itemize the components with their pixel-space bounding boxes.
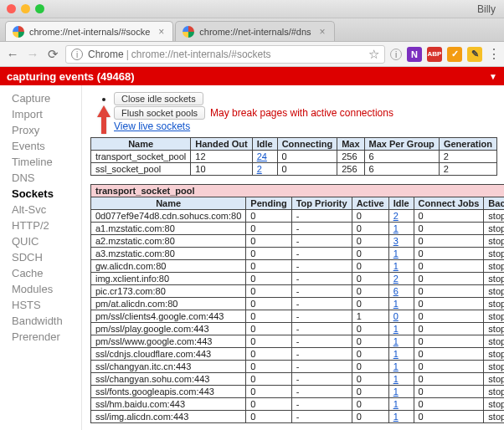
sidebar-item-hsts[interactable]: HSTS [0,297,81,313]
idle-count-link[interactable]: 1 [393,349,399,359]
browser-menu-icon[interactable]: ⋮ [487,46,499,62]
table-row: ssl_socket_pool102025662 [91,163,497,176]
sidebar-item-bandwidth[interactable]: Bandwidth [0,313,81,329]
browser-tab[interactable]: chrome://net-internals/#dns× [175,21,334,41]
sidebar-item-http2[interactable]: HTTP/2 [0,218,81,233]
sidebar-item-sockets[interactable]: Sockets [0,186,81,202]
sidebar-item-cache[interactable]: Cache [0,265,81,281]
table-row: pm/ssl/play.google.com:4430-010stoppedfa… [91,323,505,335]
idle-count-link[interactable]: 0 [393,311,399,321]
idle-count-link[interactable]: 1 [393,261,399,271]
idle-count-link[interactable]: 2 [393,211,399,221]
idle-count-link[interactable]: 3 [393,236,399,246]
idle-count-link[interactable]: 1 [393,248,399,259]
column-header: Top Priority [291,197,352,210]
zoom-window-icon[interactable] [35,4,44,13]
table-row: ssl/changyan.sohu.com:4430-010stoppedfal… [91,373,505,386]
column-header: Idle [388,197,414,210]
table-row: ssl/img.alicdn.com:4430-010stoppedfalse [91,411,505,423]
table-row: ssl/changyan.itc.cn:4430-010stoppedfalse [91,361,505,373]
table-row: ssl/hm.baidu.com:4430-010stoppedfalse [91,398,505,411]
column-header: Connect Jobs [414,197,484,210]
view-live-sockets-link[interactable]: View live sockets [114,120,190,132]
favicon-icon [183,26,194,38]
minimize-window-icon[interactable] [21,4,30,13]
idle-count-link[interactable]: 1 [393,223,399,233]
table-row: transport_socket_pool1224025662 [91,151,497,163]
chevron-down-icon[interactable]: ▼ [489,72,497,81]
address-bar[interactable]: i Chrome | chrome://net-internals/#socke… [65,45,385,64]
socket-pool-summary-table: NameHanded OutIdleConnectingMaxMax Per G… [90,137,497,176]
table-row: pic.cr173.com:800-060stoppedfalse [91,285,505,298]
sidebar-item-prerender[interactable]: Prerender [0,329,81,345]
sidebar-item-modules[interactable]: Modules [0,281,81,297]
idle-count-link[interactable]: 1 [393,299,399,309]
idle-count-link[interactable]: 1 [393,324,399,334]
idle-count-link[interactable]: 1 [393,336,399,346]
column-header: Backup Timer [484,197,504,210]
idle-count-link[interactable]: 1 [393,399,399,409]
idle-count-link[interactable]: 1 [393,386,399,397]
flush-warning: May break pages with active connections [210,107,393,119]
sidebar-item-quic[interactable]: QUIC [0,233,81,249]
browser-tab[interactable]: chrome://net-internals/#socke× [5,21,173,41]
table-row: a3.mzstatic.com:800-010stoppedfalse [91,248,505,260]
column-header: Name [91,197,246,210]
close-window-icon[interactable] [7,4,16,13]
new-tab-button[interactable] [340,28,357,41]
column-header: Connecting [277,138,337,151]
table-row: pm/ssl/www.google.com:4430-010stoppedfal… [91,335,505,348]
extension-icon-orange[interactable]: ✓ [447,47,462,62]
table-row: a1.mzstatic.com:800-010stoppedfalse [91,223,505,235]
info-extension-icon[interactable]: i [390,49,402,60]
site-info-icon[interactable]: i [71,49,83,60]
socket-pool-detail-table: transport_socket_pool NamePendingTop Pri… [90,184,504,423]
idle-count-link[interactable]: 6 [393,286,399,296]
table-row: 0d077ef9e74d8.cdn.sohucs.com:800-020stop… [91,210,505,223]
idle-count-link[interactable]: 1 [393,374,399,384]
column-header: Name [91,138,191,151]
sidebar-item-events[interactable]: Events [0,138,81,154]
idle-count-link[interactable]: 2 [393,274,399,284]
tab-strip: chrome://net-internals/#socke×chrome://n… [0,18,504,42]
favicon-icon [13,26,24,38]
sidebar-item-import[interactable]: Import [0,106,81,122]
idle-link[interactable]: 24 [257,151,267,161]
column-header: Max [337,138,364,151]
sidebar-item-dns[interactable]: DNS [0,170,81,186]
close-tab-icon[interactable]: × [320,27,326,37]
idle-count-link[interactable]: 1 [393,412,399,422]
capture-label: capturing events [7,70,94,83]
adblock-extension-icon[interactable]: ABP [427,47,442,62]
close-tab-icon[interactable]: × [158,27,164,37]
bookmark-icon[interactable]: ☆ [368,47,379,62]
column-header: Idle [252,138,277,151]
sidebar-item-capture[interactable]: Capture [0,90,81,106]
column-header: Max Per Group [364,138,439,151]
back-button[interactable]: ← [5,47,20,61]
url-scheme-label: Chrome [88,49,124,60]
sidebar-item-proxy[interactable]: Proxy [0,122,81,138]
sidebar: CaptureImportProxyEventsTimelineDNSSocke… [0,85,82,430]
reload-button[interactable]: ⟳ [45,47,60,62]
keep-extension-icon[interactable]: ✎ [467,47,482,62]
url-text: chrome://net-internals/#sockets [131,49,271,60]
table-row: ssl/fonts.googleapis.com:4430-010stopped… [91,386,505,398]
sidebar-item-timeline[interactable]: Timeline [0,154,81,170]
table-row: img.xclient.info:800-020stoppedfalse [91,273,505,285]
capture-count: (49468) [97,70,135,83]
forward-button[interactable]: → [25,47,40,61]
window-controls [7,4,44,13]
capture-banner[interactable]: capturing events (49468) ▼ [0,67,504,85]
idle-count-link[interactable]: 1 [393,361,399,371]
onenote-extension-icon[interactable]: N [407,47,422,62]
profile-name[interactable]: Billy [477,3,496,15]
close-idle-sockets-button[interactable]: Close idle sockets [114,92,203,105]
column-header: Handed Out [191,138,252,151]
sidebar-item-altsvc[interactable]: Alt-Svc [0,202,81,218]
flush-socket-pools-button[interactable]: Flush socket pools [114,106,205,120]
column-header: Pending [246,197,291,210]
tab-title: chrome://net-internals/#dns [199,27,311,37]
sidebar-item-sdch[interactable]: SDCH [0,249,81,265]
idle-link[interactable]: 2 [257,164,262,174]
